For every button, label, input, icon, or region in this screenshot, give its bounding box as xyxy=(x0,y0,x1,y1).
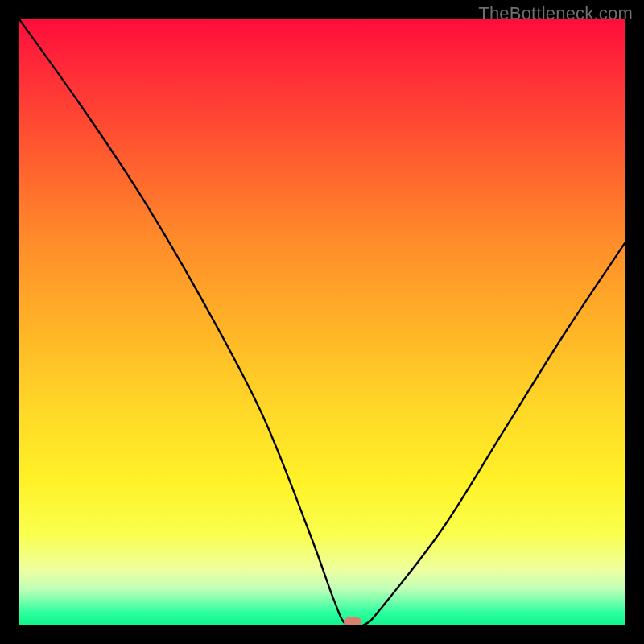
watermark-text: TheBottleneck.com xyxy=(478,3,633,24)
chart-frame: TheBottleneck.com xyxy=(0,0,644,644)
plot-area xyxy=(19,19,625,625)
min-marker xyxy=(344,617,361,625)
bottleneck-curve xyxy=(19,19,625,625)
curve-layer xyxy=(19,19,625,625)
